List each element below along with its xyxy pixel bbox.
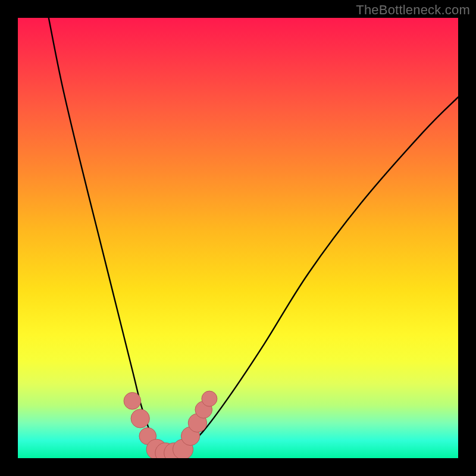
chart-overlay — [18, 18, 458, 458]
chart-marker — [202, 391, 217, 406]
chart-marker — [131, 409, 149, 428]
chart-markers — [124, 391, 217, 458]
chart-marker — [124, 392, 141, 409]
bottleneck-curve — [49, 18, 458, 453]
watermark-text: TheBottleneck.com — [356, 2, 470, 18]
chart-frame: TheBottleneck.com — [0, 0, 476, 476]
